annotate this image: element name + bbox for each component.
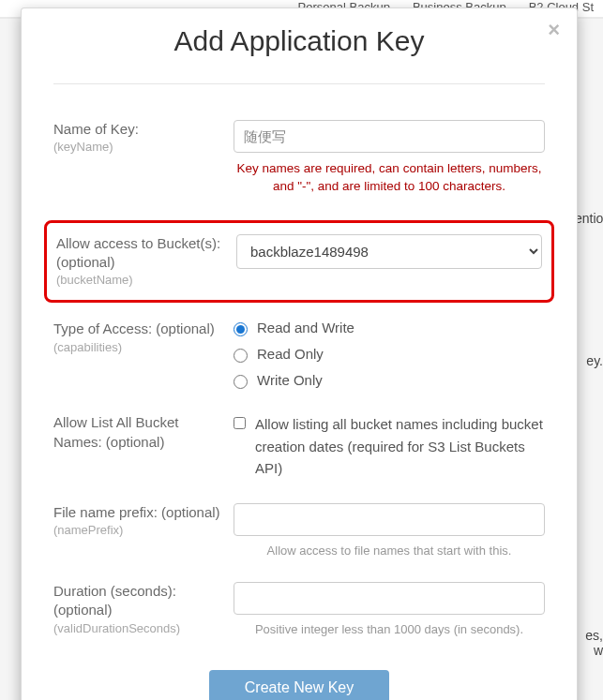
key-name-input[interactable] [234,120,545,153]
divider [53,83,545,84]
list-all-label: Allow List All Bucket Names: (optional) [53,413,224,452]
close-icon[interactable]: × [548,20,560,40]
access-type-label: Type of Access: (optional) [53,320,224,338]
duration-input[interactable] [234,582,545,615]
bucket-api: (bucketName) [56,273,227,287]
bucket-select[interactable]: backblaze1489498 [236,234,542,269]
prefix-input[interactable] [234,503,545,536]
access-read-write[interactable]: Read and Write [234,320,545,336]
list-all-checkbox-label: Allow listing all bucket names including… [255,413,545,479]
access-read-only[interactable]: Read Only [234,346,545,363]
prefix-label: File name prefix: (optional) [53,503,224,522]
background-text: es, w [575,628,603,658]
radio-input[interactable] [234,322,248,336]
key-name-label: Name of Key: [53,120,224,139]
prefix-api: (namePrefix) [53,523,224,537]
radio-input[interactable] [234,349,248,363]
bucket-highlight: Allow access to Bucket(s): (optional) (b… [44,220,554,304]
prefix-helper: Allow access to file names that start wi… [234,544,545,558]
radio-label: Write Only [257,372,323,388]
create-key-button[interactable]: Create New Key [209,670,390,700]
access-write-only[interactable]: Write Only [234,372,545,389]
list-all-checkbox-row[interactable]: Allow listing all bucket names including… [234,413,545,479]
key-name-api: (keyName) [53,140,224,154]
background-text: ey. [575,353,603,368]
key-name-error: Key names are required, can contain lett… [234,160,545,196]
access-type-api: (capabilities) [53,340,224,354]
bucket-label: Allow access to Bucket(s): (optional) [56,234,227,273]
duration-helper: Positive integer less than 1000 days (in… [234,622,545,636]
radio-label: Read and Write [257,320,354,335]
radio-label: Read Only [257,346,324,362]
background-text: ention [575,211,603,226]
list-all-checkbox[interactable] [234,416,246,430]
radio-input[interactable] [234,375,248,389]
modal-title: Add Application Key [42,25,556,57]
add-application-key-modal: Add Application Key × Name of Key: (keyN… [21,7,578,700]
duration-label: Duration (seconds): (optional) [53,582,224,620]
duration-api: (validDurationSeconds) [53,621,224,635]
